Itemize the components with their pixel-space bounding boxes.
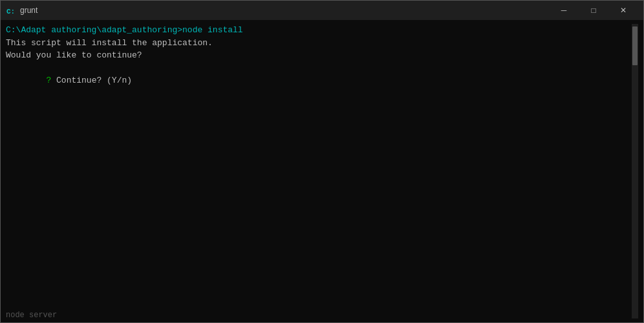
minimize-button[interactable]: ─	[549, 1, 579, 20]
title-bar: C: grunt ─ □ ✕	[1, 1, 643, 20]
prompt-line: C:\Adapt authoring\adapt_authoring>node …	[6, 24, 632, 37]
window-controls: ─ □ ✕	[549, 1, 638, 20]
cmd-icon: C:	[6, 5, 16, 16]
scrollbar-thumb[interactable]	[632, 26, 638, 65]
question-prefix: ?	[46, 76, 56, 85]
terminal-content: C:\Adapt authoring\adapt_authoring>node …	[6, 24, 632, 318]
close-button[interactable]: ✕	[608, 1, 638, 20]
scrollbar[interactable]	[632, 24, 638, 318]
terminal-body[interactable]: C:\Adapt authoring\adapt_authoring>node …	[1, 20, 643, 322]
bottom-hint: node server	[6, 311, 57, 318]
question-text: Continue? (Y/n)	[56, 76, 132, 85]
output-line2: Would you like to continue?	[6, 49, 632, 62]
output-line1: This script will install the application…	[6, 37, 632, 50]
maximize-button[interactable]: □	[579, 1, 608, 20]
output-line3: ? Continue? (Y/n)	[6, 62, 632, 100]
terminal-window: C: grunt ─ □ ✕ C:\Adapt authoring\adapt_…	[0, 0, 644, 323]
window-title: grunt	[20, 6, 38, 15]
title-bar-left: C: grunt	[6, 5, 38, 16]
svg-text:C:: C:	[6, 8, 15, 16]
